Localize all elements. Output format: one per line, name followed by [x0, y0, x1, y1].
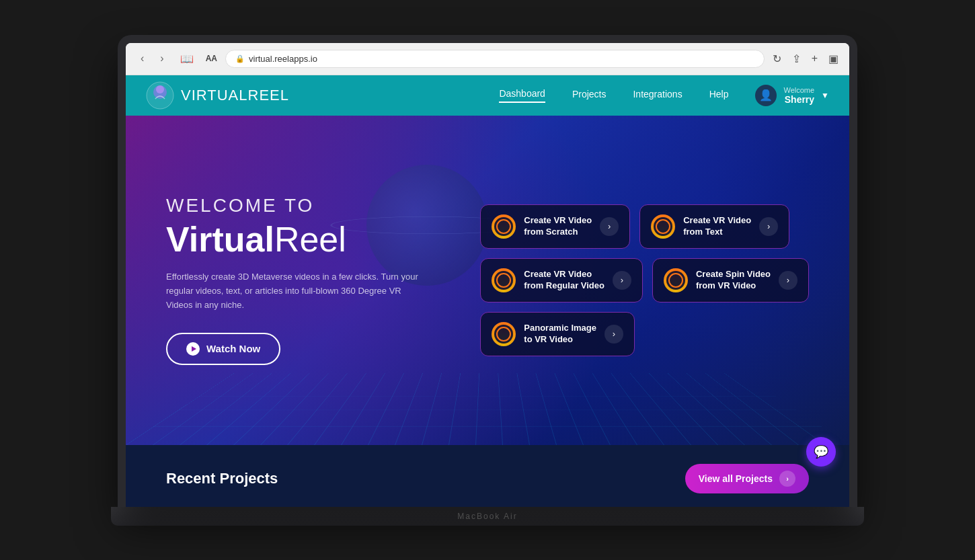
app-container: VIRTUALREEL Dashboard Projects Integrati…	[126, 75, 849, 507]
user-avatar: 👤	[755, 85, 777, 106]
action-card-spin[interactable]: Create Spin Videofrom VR Video ›	[652, 258, 809, 303]
laptop-base: MacBook Air	[111, 507, 864, 526]
action-title-scratch: Create VR Videofrom Scratch	[524, 215, 592, 238]
action-arrow-text: ›	[759, 217, 778, 236]
brand-heading: VirtualReel	[166, 222, 448, 257]
action-text-regular: Create VR Videofrom Regular Video	[524, 269, 604, 292]
browser-chrome: ‹ › 📖 AA 🔒 virtual.reelapps.io ↻ ⇪ + ▣	[126, 43, 849, 75]
nav-dashboard[interactable]: Dashboard	[499, 88, 545, 103]
nav-projects[interactable]: Projects	[572, 89, 607, 102]
action-arrow-spin: ›	[779, 271, 797, 290]
play-icon	[186, 342, 200, 356]
chat-bubble-button[interactable]: 💬	[806, 437, 836, 467]
svg-point-2	[156, 85, 164, 93]
logo-icon	[146, 81, 174, 110]
user-name: Sherry	[783, 94, 814, 105]
action-arrow-regular: ›	[613, 271, 631, 290]
action-card-text[interactable]: Create VR Videofrom Text ›	[639, 204, 789, 249]
share-button[interactable]: ⇪	[792, 52, 801, 65]
new-tab-button[interactable]: +	[812, 52, 818, 65]
welcome-heading: WELCOME TO	[166, 195, 448, 216]
laptop-frame: ‹ › 📖 AA 🔒 virtual.reelapps.io ↻ ⇪ + ▣	[118, 35, 857, 507]
bottom-section: Recent Projects View all Projects ›	[126, 445, 849, 507]
forward-button[interactable]: ›	[156, 50, 167, 67]
reader-mode-button[interactable]: AA	[206, 54, 217, 63]
browser-actions: ↻ ⇪ + ▣	[773, 52, 838, 65]
action-row-3: Panoramic Imageto VR Video ›	[480, 312, 809, 356]
action-icon-scratch	[492, 214, 516, 239]
watch-now-button[interactable]: Watch Now	[166, 333, 280, 365]
logo-area: VIRTUALREEL	[146, 81, 289, 110]
action-title-spin: Create Spin Videofrom VR Video	[696, 269, 771, 292]
play-triangle	[192, 346, 196, 352]
action-card-regular[interactable]: Create VR Videofrom Regular Video ›	[480, 258, 643, 303]
laptop-model-label: MacBook Air	[457, 512, 517, 521]
action-icon-regular	[492, 268, 516, 292]
logo-bold: VIRTUAL	[181, 87, 248, 104]
action-text-spin: Create Spin Videofrom VR Video	[696, 269, 771, 292]
tabs-overview-button[interactable]: ▣	[828, 52, 838, 65]
hero-right: Create VR Videofrom Scratch › Create VR …	[480, 204, 809, 356]
logo-text: VIRTUALREEL	[181, 87, 289, 104]
action-card-scratch[interactable]: Create VR Videofrom Scratch ›	[480, 204, 630, 249]
action-row-2: Create VR Videofrom Regular Video › Crea…	[480, 258, 809, 303]
action-title-regular: Create VR Videofrom Regular Video	[524, 269, 604, 292]
brand-bold: Virtual	[166, 220, 274, 259]
address-bar[interactable]: 🔒 virtual.reelapps.io	[225, 50, 765, 68]
nav-user[interactable]: 👤 Welcome Sherry ▼	[755, 85, 829, 106]
action-icon-spin	[664, 268, 688, 292]
hero-left: WELCOME TO VirtualReel Effortlessly crea…	[166, 195, 448, 364]
logo-thin: REEL	[248, 87, 289, 104]
action-text-text: Create VR Videofrom Text	[683, 215, 751, 238]
recent-projects-title: Recent Projects	[166, 470, 278, 487]
welcome-text: Welcome	[783, 86, 814, 94]
refresh-button[interactable]: ↻	[773, 52, 781, 65]
action-card-panoramic[interactable]: Panoramic Imageto VR Video ›	[480, 312, 635, 356]
nav-links: Dashboard Projects Integrations Help	[499, 88, 728, 103]
action-row-1: Create VR Videofrom Scratch › Create VR …	[480, 204, 809, 249]
action-arrow-panoramic: ›	[604, 325, 623, 344]
action-title-text: Create VR Videofrom Text	[683, 215, 751, 238]
action-icon-text	[651, 214, 675, 239]
action-icon-panoramic	[492, 322, 516, 346]
laptop-screen: ‹ › 📖 AA 🔒 virtual.reelapps.io ↻ ⇪ + ▣	[126, 43, 849, 507]
url-text: virtual.reelapps.io	[249, 54, 317, 64]
bookmarks-button[interactable]: 📖	[176, 50, 198, 68]
view-all-projects-button[interactable]: View all Projects ›	[685, 464, 809, 493]
hero-section: WELCOME TO VirtualReel Effortlessly crea…	[126, 116, 849, 445]
back-button[interactable]: ‹	[136, 50, 148, 67]
brand-thin: Reel	[274, 220, 346, 259]
user-info: Welcome Sherry	[783, 86, 814, 105]
lock-icon: 🔒	[235, 54, 245, 63]
user-dropdown-icon[interactable]: ▼	[821, 91, 829, 100]
action-title-panoramic: Panoramic Imageto VR Video	[524, 323, 596, 346]
nav-integrations[interactable]: Integrations	[633, 89, 682, 102]
view-all-arrow-icon: ›	[779, 471, 795, 487]
view-all-label: View all Projects	[699, 473, 773, 484]
action-arrow-scratch: ›	[600, 217, 619, 236]
nav-help[interactable]: Help	[709, 89, 729, 102]
grid-overlay	[126, 372, 849, 444]
action-text-panoramic: Panoramic Imageto VR Video	[524, 323, 596, 346]
hero-description: Effortlessly create 3D Metaverse videos …	[166, 270, 422, 312]
action-text-scratch: Create VR Videofrom Scratch	[524, 215, 592, 238]
navbar: VIRTUALREEL Dashboard Projects Integrati…	[126, 75, 849, 116]
watch-now-label: Watch Now	[206, 343, 260, 354]
bottom-wrapper: Recent Projects View all Projects › 💬	[126, 445, 849, 507]
